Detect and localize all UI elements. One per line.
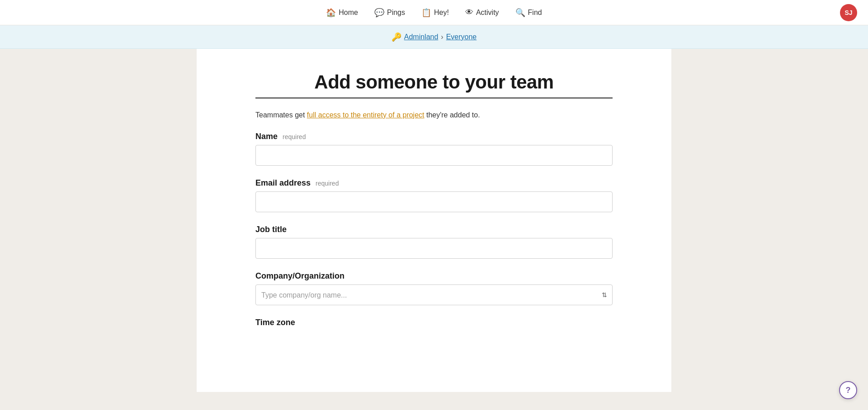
breadcrumb-bar: 🔑 Adminland › Everyone bbox=[0, 25, 868, 49]
job-title-field-group: Job title bbox=[255, 225, 613, 259]
breadcrumb-emoji: 🔑 bbox=[392, 32, 401, 42]
description-link[interactable]: full access to the entirety of a project bbox=[307, 111, 425, 119]
nav-pings-label: Pings bbox=[387, 9, 405, 17]
breadcrumb: 🔑 Adminland › Everyone bbox=[392, 32, 477, 42]
nav-home[interactable]: 🏠 Home bbox=[326, 8, 358, 18]
nav-hey[interactable]: 📋 Hey! bbox=[421, 8, 449, 18]
nav-hey-label: Hey! bbox=[434, 9, 449, 17]
breadcrumb-everyone-link[interactable]: Everyone bbox=[446, 33, 477, 41]
nav-find-label: Find bbox=[528, 9, 542, 17]
breadcrumb-adminland-link[interactable]: Adminland bbox=[404, 33, 439, 41]
main-content: Add someone to your team Teammates get f… bbox=[0, 49, 868, 410]
nav-find[interactable]: 🔍 Find bbox=[515, 8, 542, 18]
home-icon: 🏠 bbox=[326, 8, 336, 18]
breadcrumb-separator: › bbox=[441, 33, 443, 41]
pings-icon: 💬 bbox=[374, 8, 384, 18]
timezone-label: Time zone bbox=[255, 318, 613, 327]
form-title: Add someone to your team bbox=[255, 71, 613, 93]
top-nav: 🏠 Home 💬 Pings 📋 Hey! 👁 Activity 🔍 Find … bbox=[0, 0, 868, 25]
email-field-group: Email address required bbox=[255, 178, 613, 212]
company-field-group: Company/Organization Type company/org na… bbox=[255, 271, 613, 305]
email-input[interactable] bbox=[255, 191, 613, 212]
timezone-field-group: Time zone bbox=[255, 318, 613, 327]
email-required: required bbox=[316, 180, 339, 187]
name-field-group: Name required bbox=[255, 132, 613, 166]
nav-activity-label: Activity bbox=[476, 9, 499, 17]
help-button[interactable]: ? bbox=[839, 381, 857, 399]
nav-pings[interactable]: 💬 Pings bbox=[374, 8, 405, 18]
form-divider bbox=[255, 98, 613, 98]
form-description: Teammates get full access to the entiret… bbox=[255, 111, 613, 119]
nav-home-label: Home bbox=[339, 9, 358, 17]
form-container: Add someone to your team Teammates get f… bbox=[197, 49, 671, 392]
activity-icon: 👁 bbox=[465, 8, 473, 17]
job-title-label: Job title bbox=[255, 225, 613, 234]
name-label: Name required bbox=[255, 132, 613, 141]
company-label: Company/Organization bbox=[255, 271, 613, 281]
email-label: Email address required bbox=[255, 178, 613, 188]
hey-icon: 📋 bbox=[421, 8, 431, 18]
company-select-wrapper: Type company/org name... ⇅ bbox=[255, 284, 613, 305]
name-required: required bbox=[283, 133, 306, 140]
user-avatar[interactable]: SJ bbox=[840, 4, 857, 21]
name-input[interactable] bbox=[255, 145, 613, 166]
job-title-input[interactable] bbox=[255, 238, 613, 259]
find-icon: 🔍 bbox=[515, 8, 525, 18]
nav-activity[interactable]: 👁 Activity bbox=[465, 8, 499, 17]
company-select[interactable]: Type company/org name... bbox=[255, 284, 613, 305]
description-prefix: Teammates get bbox=[255, 111, 307, 119]
nav-items: 🏠 Home 💬 Pings 📋 Hey! 👁 Activity 🔍 Find bbox=[326, 8, 542, 18]
description-suffix: they're added to. bbox=[425, 111, 480, 119]
